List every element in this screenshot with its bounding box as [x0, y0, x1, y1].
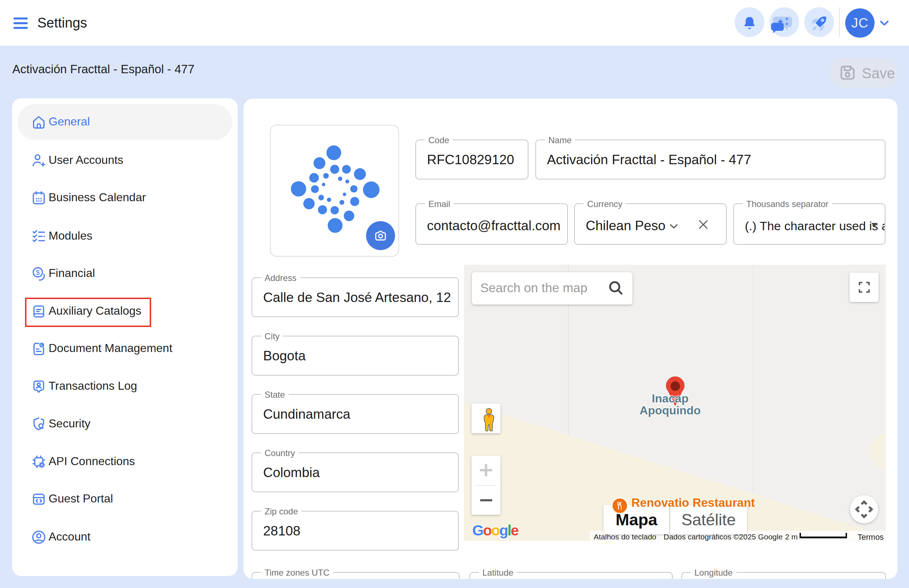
svg-text:$: $	[36, 269, 40, 276]
